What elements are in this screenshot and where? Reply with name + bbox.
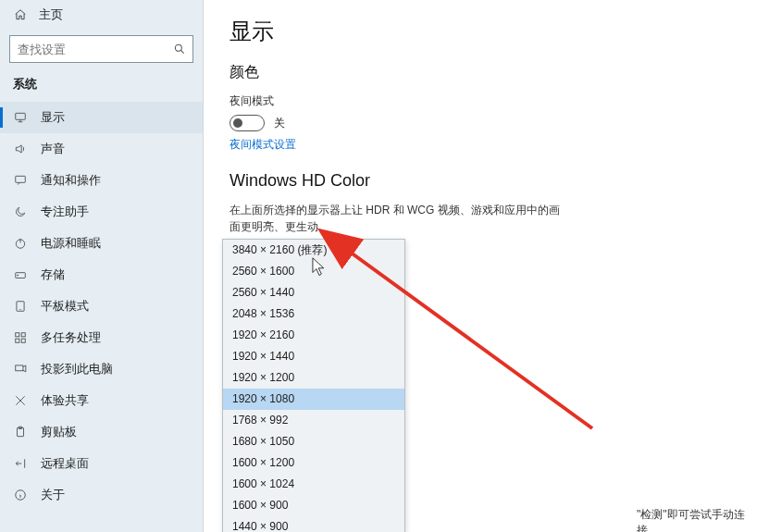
section-hdcolor-heading: Windows HD Color <box>230 171 731 191</box>
sidebar-item-clipboard[interactable]: 剪贴板 <box>0 416 203 448</box>
sidebar-item-label: 存储 <box>41 266 65 283</box>
page-title: 显示 <box>230 17 731 46</box>
search-icon <box>173 43 186 56</box>
sidebar-item-about[interactable]: 关于 <box>0 479 203 511</box>
resolution-option[interactable]: 2560 × 1440 <box>223 282 404 303</box>
sidebar-nav: 显示声音通知和操作专注助手电源和睡眠存储平板模式多任务处理投影到此电脑体验共享剪… <box>0 102 203 532</box>
search-field[interactable] <box>18 43 173 56</box>
sidebar-item-label: 体验共享 <box>41 392 89 409</box>
message-icon <box>13 174 28 187</box>
sidebar-item-notify[interactable]: 通知和操作 <box>0 165 203 196</box>
resolution-option[interactable]: 2048 × 1536 <box>223 303 404 325</box>
sidebar-item-label: 平板模式 <box>41 298 89 315</box>
resolution-option[interactable]: 1600 × 1200 <box>223 452 404 474</box>
speaker-icon <box>13 142 28 155</box>
sidebar-item-label: 远程桌面 <box>41 455 89 472</box>
section-color-heading: 颜色 <box>230 63 731 82</box>
sidebar-item-sound[interactable]: 声音 <box>0 133 203 165</box>
resolution-option[interactable]: 1920 × 2160 <box>223 325 404 346</box>
night-mode-settings-link[interactable]: 夜间模式设置 <box>230 137 296 153</box>
svg-point-5 <box>18 275 19 276</box>
tablet-icon <box>13 300 28 313</box>
svg-rect-7 <box>16 333 19 337</box>
detect-text-tail: "检测"即可尝试手动连接。 <box>637 507 757 532</box>
resolution-option[interactable]: 1920 × 1440 <box>223 346 404 367</box>
sidebar-item-multitask[interactable]: 多任务处理 <box>0 322 203 353</box>
resolution-dropdown[interactable]: 3840 × 2160 (推荐)2560 × 16002560 × 144020… <box>222 239 405 532</box>
monitor-icon <box>13 111 28 124</box>
svg-rect-2 <box>16 176 26 182</box>
project-icon <box>13 363 28 376</box>
remote-icon <box>13 457 28 470</box>
resolution-option[interactable]: 1600 × 900 <box>223 495 404 516</box>
sidebar-item-label: 剪贴板 <box>41 424 77 440</box>
sidebar-item-storage[interactable]: 存储 <box>0 259 203 291</box>
sidebar-item-display[interactable]: 显示 <box>0 102 203 133</box>
svg-point-0 <box>175 44 181 51</box>
night-mode-label: 夜间模式 <box>230 93 731 109</box>
resolution-option[interactable]: 1920 × 1200 <box>223 367 404 389</box>
multitask-icon <box>13 331 28 344</box>
svg-rect-8 <box>21 333 25 337</box>
sidebar-item-project[interactable]: 投影到此电脑 <box>0 353 203 385</box>
sidebar-item-label: 显示 <box>41 109 65 126</box>
night-mode-toggle[interactable] <box>230 115 265 131</box>
drive-icon <box>13 268 28 281</box>
svg-rect-9 <box>16 339 19 342</box>
sidebar-item-label: 关于 <box>41 487 65 503</box>
search-input[interactable] <box>9 35 193 63</box>
sidebar-item-label: 专注助手 <box>41 204 89 220</box>
category-label: 系统 <box>0 70 203 102</box>
share-icon <box>13 394 28 407</box>
home-link[interactable]: 主页 <box>0 0 203 30</box>
sidebar-item-focus[interactable]: 专注助手 <box>0 196 203 228</box>
hdcolor-description: 在上面所选择的显示器上让 HDR 和 WCG 视频、游戏和应用中的画面更明亮、更… <box>230 202 563 235</box>
sidebar-item-tablet[interactable]: 平板模式 <box>0 291 203 322</box>
sidebar-item-label: 电源和睡眠 <box>41 235 101 252</box>
night-mode-state: 关 <box>274 116 285 131</box>
resolution-option[interactable]: 1920 × 1080 <box>223 389 404 410</box>
resolution-option[interactable]: 1440 × 900 <box>223 516 404 532</box>
resolution-option[interactable]: 3840 × 2160 (推荐) <box>223 240 404 261</box>
resolution-option[interactable]: 2560 × 1600 <box>223 261 404 282</box>
sidebar-item-label: 投影到此电脑 <box>41 361 113 377</box>
sidebar-item-shared[interactable]: 体验共享 <box>0 385 203 416</box>
sidebar-item-remote[interactable]: 远程桌面 <box>0 448 203 479</box>
sidebar-item-label: 声音 <box>41 141 65 157</box>
info-icon <box>13 489 28 501</box>
sidebar-item-label: 通知和操作 <box>41 172 101 189</box>
home-label: 主页 <box>39 6 63 23</box>
clipboard-icon <box>13 426 28 439</box>
resolution-option[interactable]: 1600 × 1024 <box>223 474 404 495</box>
resolution-option[interactable]: 1768 × 992 <box>223 410 404 431</box>
svg-rect-10 <box>21 339 25 342</box>
sidebar-item-label: 多任务处理 <box>41 329 101 346</box>
power-icon <box>13 237 28 250</box>
sidebar: 主页 系统 显示声音通知和操作专注助手电源和睡眠存储平板模式多任务处理投影到此电… <box>0 0 204 532</box>
resolution-option[interactable]: 1680 × 1050 <box>223 431 404 452</box>
moon-icon <box>13 205 28 218</box>
svg-rect-11 <box>16 365 23 371</box>
svg-rect-1 <box>16 113 26 119</box>
home-icon <box>13 8 28 21</box>
settings-window: 主页 系统 显示声音通知和操作专注助手电源和睡眠存储平板模式多任务处理投影到此电… <box>0 0 757 532</box>
sidebar-item-power[interactable]: 电源和睡眠 <box>0 228 203 259</box>
